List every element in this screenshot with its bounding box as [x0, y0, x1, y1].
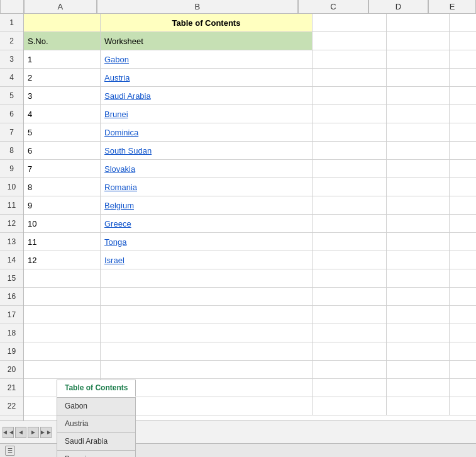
- cell-a-7[interactable]: 5: [24, 123, 101, 142]
- row-num-9[interactable]: 9: [0, 160, 23, 178]
- cell-b-6[interactable]: Brunei: [101, 105, 313, 123]
- cell-c-17[interactable]: [313, 306, 387, 324]
- cell-a-3[interactable]: 1: [24, 50, 101, 69]
- row-num-12[interactable]: 12: [0, 215, 23, 233]
- tab-nav-last[interactable]: ►►: [40, 427, 52, 438]
- col-header-b[interactable]: B: [97, 0, 298, 13]
- row-num-3[interactable]: 3: [0, 50, 23, 69]
- cell-d-21[interactable]: [387, 379, 450, 397]
- row-num-2[interactable]: 2: [0, 32, 23, 50]
- cell-e-10[interactable]: [450, 178, 476, 196]
- row-num-19[interactable]: 19: [0, 342, 23, 361]
- row-num-17[interactable]: 17: [0, 306, 23, 324]
- cell-c-8[interactable]: [313, 142, 387, 160]
- row-num-7[interactable]: 7: [0, 123, 23, 142]
- cell-b-13[interactable]: Tonga: [101, 233, 313, 251]
- row-num-11[interactable]: 11: [0, 196, 23, 215]
- cell-e-16[interactable]: [450, 288, 476, 306]
- cell-d-3[interactable]: [387, 50, 450, 69]
- cell-b-7[interactable]: Dominica: [101, 123, 313, 142]
- cell-e-19[interactable]: [450, 342, 476, 361]
- cell-b-9[interactable]: Slovakia: [101, 160, 313, 178]
- sheet-tab-brunei[interactable]: Brunei: [57, 450, 136, 458]
- cell-b-16[interactable]: [101, 288, 313, 306]
- row-num-1[interactable]: 1: [0, 14, 23, 32]
- cell-c-7[interactable]: [313, 123, 387, 142]
- cell-b-8[interactable]: South Sudan: [101, 142, 313, 160]
- cell-a-9[interactable]: 7: [24, 160, 101, 178]
- cell-b-4[interactable]: Austria: [101, 69, 313, 87]
- cell-b-11[interactable]: Belgium: [101, 196, 313, 215]
- tab-nav-first[interactable]: ◄◄: [3, 427, 14, 438]
- cell-e-21[interactable]: [450, 379, 476, 397]
- cell-a-13[interactable]: 11: [24, 233, 101, 251]
- sheet-tab-gabon[interactable]: Gabon: [57, 397, 136, 415]
- cell-a-15[interactable]: [24, 269, 101, 288]
- cell-a-17[interactable]: [24, 306, 101, 324]
- cell-c-4[interactable]: [313, 69, 387, 87]
- row-num-6[interactable]: 6: [0, 105, 23, 123]
- cell-d-2[interactable]: [387, 32, 450, 50]
- cell-b-14[interactable]: Israel: [101, 251, 313, 269]
- cell-b-10[interactable]: Romania: [101, 178, 313, 196]
- cell-d-6[interactable]: [387, 105, 450, 123]
- cell-d-14[interactable]: [387, 251, 450, 269]
- cell-e-6[interactable]: [450, 105, 476, 123]
- cell-e-8[interactable]: [450, 142, 476, 160]
- cell-d-22[interactable]: [387, 397, 450, 415]
- row-num-21[interactable]: 21: [0, 379, 23, 397]
- cell-a-2[interactable]: S.No.: [24, 32, 101, 50]
- cell-e-20[interactable]: [450, 361, 476, 379]
- cell-e-13[interactable]: [450, 233, 476, 251]
- cell-c-2[interactable]: [313, 32, 387, 50]
- col-header-e[interactable]: E: [428, 0, 476, 13]
- cell-b-2[interactable]: Worksheet: [101, 32, 313, 50]
- cell-a-20[interactable]: [24, 361, 101, 379]
- cell-c-18[interactable]: [313, 324, 387, 342]
- cell-d-19[interactable]: [387, 342, 450, 361]
- cell-c-14[interactable]: [313, 251, 387, 269]
- cell-e-1[interactable]: [450, 14, 476, 32]
- cell-d-18[interactable]: [387, 324, 450, 342]
- cell-b-17[interactable]: [101, 306, 313, 324]
- cell-a-14[interactable]: 12: [24, 251, 101, 269]
- cell-c-22[interactable]: [313, 397, 387, 415]
- cell-b-5[interactable]: Saudi Arabia: [101, 87, 313, 105]
- cell-e-5[interactable]: [450, 87, 476, 105]
- cell-d-20[interactable]: [387, 361, 450, 379]
- cell-b-20[interactable]: [101, 361, 313, 379]
- cell-e-15[interactable]: [450, 269, 476, 288]
- tab-nav-prev[interactable]: ◄: [15, 427, 26, 438]
- cell-c-13[interactable]: [313, 233, 387, 251]
- cell-d-17[interactable]: [387, 306, 450, 324]
- cell-a-5[interactable]: 3: [24, 87, 101, 105]
- col-header-a[interactable]: A: [24, 0, 97, 13]
- cell-c-10[interactable]: [313, 178, 387, 196]
- cell-d-9[interactable]: [387, 160, 450, 178]
- cell-d-5[interactable]: [387, 87, 450, 105]
- cell-d-13[interactable]: [387, 233, 450, 251]
- cell-a-12[interactable]: 10: [24, 215, 101, 233]
- cell-d-10[interactable]: [387, 178, 450, 196]
- row-num-22[interactable]: 22: [0, 397, 23, 415]
- status-icon[interactable]: ☰: [5, 446, 15, 456]
- cell-d-1[interactable]: [387, 14, 450, 32]
- cell-e-3[interactable]: [450, 50, 476, 69]
- cell-d-11[interactable]: [387, 196, 450, 215]
- cell-c-20[interactable]: [313, 361, 387, 379]
- col-header-d[interactable]: D: [368, 0, 428, 13]
- cell-b-18[interactable]: [101, 324, 313, 342]
- cell-c-19[interactable]: [313, 342, 387, 361]
- cell-c-3[interactable]: [313, 50, 387, 69]
- cell-a-18[interactable]: [24, 324, 101, 342]
- row-num-10[interactable]: 10: [0, 178, 23, 196]
- cell-b-3[interactable]: Gabon: [101, 50, 313, 69]
- tab-nav-next[interactable]: ►: [28, 427, 39, 438]
- cell-c-21[interactable]: [313, 379, 387, 397]
- cell-e-14[interactable]: [450, 251, 476, 269]
- cell-b-1[interactable]: Table of Contents: [101, 14, 313, 32]
- cell-d-4[interactable]: [387, 69, 450, 87]
- cell-c-6[interactable]: [313, 105, 387, 123]
- row-num-13[interactable]: 13: [0, 233, 23, 251]
- cell-e-12[interactable]: [450, 215, 476, 233]
